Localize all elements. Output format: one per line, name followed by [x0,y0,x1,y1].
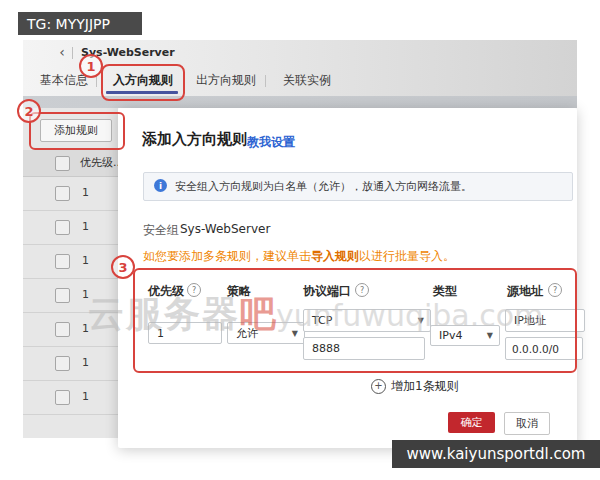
table-row[interactable]: 1 [23,176,118,211]
chevron-down-icon: ▼ [487,331,493,340]
info-banner-text: 安全组入方向规则为白名单（允许），放通入方向网络流量。 [175,179,472,194]
priority-cell: 1 [82,288,89,301]
row-checkbox[interactable] [55,186,70,201]
add-rule-button[interactable]: 添加规则 [40,119,112,142]
tab-divider [96,75,97,87]
row-checkbox[interactable] [55,356,70,371]
active-tab-underline [106,91,178,94]
confirm-button[interactable]: 确定 [448,412,495,433]
back-icon[interactable]: ‹ [55,44,69,60]
tg-contact-banner: TG: MYYJJPP [18,12,142,35]
table-row[interactable]: 1 [23,380,118,415]
row-checkbox[interactable] [55,322,70,337]
security-group-label: 安全组 [143,222,179,239]
tab-related-instances[interactable]: 关联实例 [283,72,331,89]
priority-help-icon[interactable]: ? [187,283,201,297]
source-address-input[interactable]: 0.0.0.0/0 [505,337,583,360]
toolbar-backdrop [23,96,577,108]
protocol-help-icon[interactable]: ? [355,283,369,297]
row-checkbox[interactable] [55,288,70,303]
priority-cell: 1 [82,254,89,267]
teach-me-link[interactable]: 教我设置 [247,134,295,151]
type-label: 类型 [433,283,457,300]
row-checkbox[interactable] [55,390,70,405]
row-checkbox[interactable] [55,220,70,235]
priority-column-header: 优先级... [80,155,124,170]
source-label: 源地址 [507,283,543,300]
chevron-down-icon: ▼ [292,329,298,338]
site-url-banner: www.kaiyunsportdl.com [392,440,600,468]
table-row[interactable]: 1 [23,312,118,347]
tab-inbound-rules[interactable]: 入方向规则 [113,72,173,89]
add-one-rule-link[interactable]: 增加1条规则 [391,378,459,395]
policy-select[interactable]: 允许 ▼ [227,322,305,344]
import-rules-link[interactable]: 导入规则 [311,249,359,263]
chevron-down-icon: ▼ [418,316,424,325]
type-select-value: IPv4 [439,329,462,342]
tip-suffix: 以进行批量导入。 [359,249,455,263]
batch-import-tip: 如您要添加多条规则，建议单击导入规则以进行批量导入。 [143,248,455,265]
policy-select-value: 允许 [236,326,258,341]
table-row[interactable]: 1 [23,278,118,313]
table-row[interactable]: 1 [23,244,118,279]
source-mode-select[interactable]: IP地址 [505,309,585,332]
type-select[interactable]: IPv4 ▼ [430,325,500,346]
priority-label: 优先级 [148,283,184,300]
source-help-icon[interactable]: ? [548,283,562,297]
policy-label: 策略 [227,283,251,300]
protocol-port-label: 协议端口 [303,283,351,300]
breadcrumb: Sys-WebServer [81,46,175,59]
tab-outbound-rules[interactable]: 出方向规则 [196,72,256,89]
protocol-select[interactable]: TCP ▼ [303,309,431,332]
tab-basic-info[interactable]: 基本信息 [40,72,88,89]
security-group-value: Sys-WebServer [180,222,270,236]
priority-cell: 1 [82,356,89,369]
select-all-checkbox[interactable] [55,156,70,171]
priority-cell: 1 [82,220,89,233]
breadcrumb-divider [72,47,73,59]
protocol-select-value: TCP [312,314,332,327]
tip-prefix: 如您要添加多条规则，建议单击 [143,249,311,263]
table-row[interactable]: 1 [23,210,118,245]
port-input[interactable]: 8888 [303,337,425,360]
row-checkbox[interactable] [55,254,70,269]
plus-circle-icon[interactable]: + [371,379,386,394]
priority-cell: 1 [82,186,89,199]
priority-cell: 1 [82,390,89,403]
priority-cell: 1 [82,322,89,335]
table-row[interactable]: 1 [23,346,118,381]
info-icon: i [154,179,167,192]
add-inbound-rule-dialog [118,108,577,448]
cancel-button[interactable]: 取消 [504,412,550,435]
tab-divider [265,75,266,87]
dialog-title: 添加入方向规则 [142,130,247,149]
priority-input[interactable]: 1 [148,322,222,344]
